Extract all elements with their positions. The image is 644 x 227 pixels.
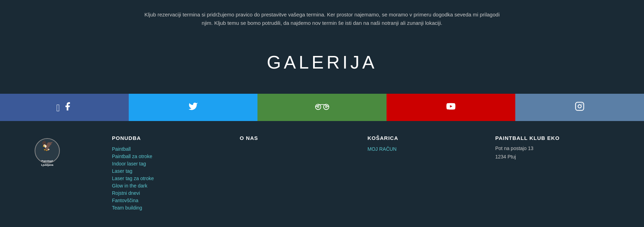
youtube-social-button[interactable] — [387, 94, 515, 121]
footer-link-laser-tag[interactable]: Laser tag — [112, 168, 233, 174]
instagram-social-button[interactable] — [515, 94, 644, 121]
footer-link-laser-otroke[interactable]: Laser tag za otroke — [112, 176, 233, 181]
onas-title: O NAS — [240, 135, 360, 141]
top-text-section: Kljub rezervaciji termina si pridržujemo… — [0, 0, 644, 34]
footer-link-team-building[interactable]: Team building — [112, 205, 233, 211]
facebook-social-button[interactable]:  — [0, 94, 129, 121]
address-line1: Pot na postajo 13 — [495, 146, 533, 151]
kosarica-title: KOŠARICA — [368, 135, 488, 141]
svg-text:Ljubljana: Ljubljana — [41, 163, 54, 166]
footer-link-indoor-laser[interactable]: Indoor laser tag — [112, 161, 233, 166]
footer-onas-col: O NAS — [233, 135, 360, 212]
footer-address: Pot na postajo 13 1234 Ptuj — [495, 144, 616, 161]
footer-kosarica-col: KOŠARICA MOJ RAČUN — [361, 135, 488, 212]
twitter-icon — [188, 101, 198, 114]
footer-ponudba-col: PONUDBA Paintball Paintball za otroke In… — [105, 135, 233, 212]
youtube-icon — [444, 101, 458, 114]
social-bar:  — [0, 94, 644, 121]
instagram-icon — [575, 101, 585, 114]
address-line2: 1234 Ptuj — [495, 154, 516, 159]
logo-image: 🦅 Paintball Ljubljana — [28, 137, 66, 170]
footer-link-fantovscina[interactable]: Fantovščina — [112, 198, 233, 203]
svg-rect-7 — [575, 102, 583, 110]
top-paragraph: Kljub rezervaciji termina si pridržujemo… — [140, 10, 504, 27]
svg-text:🦅: 🦅 — [41, 140, 54, 151]
facebook-icon:  — [56, 101, 72, 114]
gallery-title: GALERIJA — [0, 52, 644, 73]
ponudba-title: PONUDBA — [112, 135, 233, 141]
footer-link-glow-dark[interactable]: Glow in the dark — [112, 183, 233, 189]
svg-point-5 — [325, 106, 326, 107]
tripadvisor-social-button[interactable] — [257, 94, 386, 121]
footer-link-rojstni[interactable]: Rojstni dnevi — [112, 190, 233, 196]
svg-point-4 — [317, 106, 318, 107]
footer-link-moj-racun[interactable]: MOJ RAČUN — [368, 146, 488, 152]
footer-contact-col: PAINTBALL KLUB EKO Pot na postajo 13 123… — [488, 135, 616, 212]
company-name: PAINTBALL KLUB EKO — [495, 135, 616, 141]
tripadvisor-icon — [314, 101, 330, 114]
footer-link-paintball[interactable]: Paintball — [112, 146, 233, 152]
footer-link-paintball-otroke[interactable]: Paintball za otroke — [112, 154, 233, 159]
twitter-social-button[interactable] — [129, 94, 257, 121]
gallery-section: GALERIJA — [0, 34, 644, 94]
footer: 🦅 Paintball Ljubljana PONUDBA Paintball … — [0, 121, 644, 226]
footer-logo: 🦅 Paintball Ljubljana — [28, 135, 105, 212]
